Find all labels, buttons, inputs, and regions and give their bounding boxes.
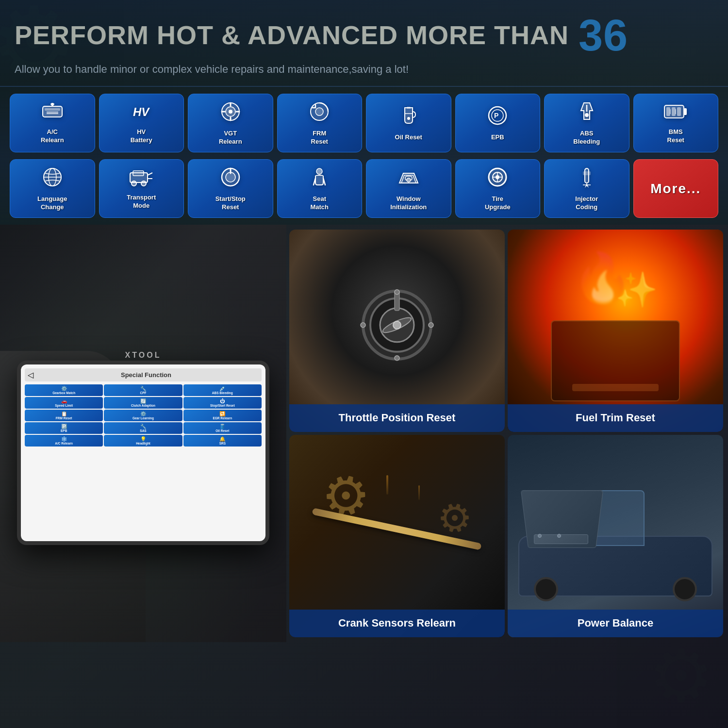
oil-icon	[398, 105, 419, 131]
vgt-icon	[220, 101, 241, 127]
feature-language-change[interactable]: LanguageChange	[10, 159, 95, 218]
feature-injector-coding[interactable]: InjectorCoding	[544, 159, 629, 218]
gear-deco-1: ⚙	[0, 0, 77, 99]
transport-icon	[129, 168, 153, 191]
svg-point-19	[585, 113, 589, 117]
sf-oil[interactable]: 🛢️Oil Reset	[183, 422, 262, 434]
svg-rect-23	[666, 107, 670, 116]
sf-egr[interactable]: 🔁EGR Relearn	[183, 410, 262, 421]
ac-label: A/CRelearn	[41, 128, 64, 145]
bms-icon	[663, 102, 688, 125]
page-wrapper: ⚙ ⚙ PERFORM HOT & ADVANCED MORE THAN 36 …	[0, 0, 728, 728]
feature-hv-battery[interactable]: HV HVBattery	[99, 94, 184, 152]
feature-seat-match[interactable]: SeatMatch	[277, 159, 363, 218]
feature-bms-reset[interactable]: BMSReset	[633, 94, 719, 152]
seat-icon	[309, 166, 330, 192]
feature-start-stop-reset[interactable]: Start/StopReset	[188, 159, 273, 218]
svg-point-61	[395, 356, 399, 361]
fuel-trim-card: 🔥 ✨ Fuel Trim Reset	[508, 230, 723, 432]
svg-rect-1	[45, 108, 60, 111]
crank-label: Crank Sensors Relearn	[289, 610, 505, 637]
screen-functions-grid: ⚙️Gearbox Match 🔧CPF 💉ABS Bleeding 🚗Spee…	[25, 384, 262, 447]
power-bg	[508, 435, 723, 637]
feature-transport-mode[interactable]: TransportMode	[99, 159, 184, 218]
sf-gearbox[interactable]: ⚙️Gearbox Match	[25, 384, 103, 396]
bms-label: BMSReset	[667, 128, 684, 145]
sf-gear[interactable]: ⚙️Gear Learning	[104, 410, 182, 421]
svg-point-15	[407, 117, 410, 120]
device-area: XTOOL ◁ Special Function ⚙️Gearbox Match…	[0, 225, 286, 642]
svg-line-35	[148, 173, 152, 175]
throttle-label: Throttle Position Reset	[289, 404, 505, 432]
device-screen: ◁ Special Function ⚙️Gearbox Match 🔧CPF …	[21, 364, 265, 541]
sf-clutch[interactable]: 🔄Clutch Adaption	[104, 397, 182, 409]
ac-icon	[42, 102, 63, 125]
frm-icon	[309, 101, 330, 127]
svg-point-58	[395, 290, 399, 295]
svg-rect-49	[585, 168, 589, 183]
sf-speed[interactable]: 🚗Speed Limit	[25, 397, 103, 409]
epb-icon: P	[487, 105, 508, 131]
svg-point-60	[361, 323, 365, 328]
more-label: More...	[650, 180, 701, 198]
abs-icon	[576, 101, 597, 127]
svg-text:P: P	[494, 112, 498, 119]
window-icon	[397, 166, 421, 192]
svg-rect-0	[43, 106, 62, 117]
injector-label: InjectorCoding	[575, 195, 598, 212]
device-brand-label: XTOOL	[125, 351, 162, 360]
svg-rect-22	[684, 108, 687, 115]
svg-rect-25	[677, 107, 681, 116]
sf-srs[interactable]: 🔔SRS	[183, 435, 262, 447]
vgt-label: VGTRelearn	[219, 130, 242, 146]
epb-label: EPB	[491, 133, 504, 142]
svg-rect-50	[583, 171, 591, 175]
seat-label: SeatMatch	[310, 195, 329, 212]
svg-point-56	[393, 321, 401, 329]
feature-window-init[interactable]: WindowInitialization	[366, 159, 451, 218]
svg-point-59	[429, 323, 433, 328]
svg-point-43	[407, 178, 411, 182]
injector-icon	[576, 166, 597, 192]
svg-point-14	[315, 108, 323, 116]
feature-vgt-relearn[interactable]: VGTRelearn	[188, 94, 273, 152]
sf-cpf[interactable]: 🔧CPF	[104, 384, 182, 396]
start-stop-label: Start/StopReset	[215, 195, 246, 212]
sf-abs[interactable]: 💉ABS Bleeding	[183, 384, 262, 396]
svg-point-8	[229, 110, 232, 114]
oil-label: Oil Reset	[395, 133, 422, 142]
feature-epb[interactable]: P EPB	[455, 94, 541, 152]
svg-text:HV: HV	[133, 105, 150, 118]
sf-sas[interactable]: 🔧SAS	[104, 422, 182, 434]
gear-deco-2: ⚙	[648, 634, 713, 718]
fuel-bg: 🔥 ✨	[508, 230, 723, 432]
start-stop-icon	[220, 166, 241, 192]
feature-ac-relearn[interactable]: A/CRelearn	[10, 94, 95, 152]
abs-label: ABSBleeding	[573, 130, 600, 146]
feature-abs-bleeding[interactable]: ABSBleeding	[544, 94, 629, 152]
sf-epb[interactable]: 🅿️EPB	[25, 422, 103, 434]
hv-icon: HV	[131, 102, 152, 125]
sf-headlight[interactable]: 💡Headlight	[104, 435, 182, 447]
power-label: Power Balance	[508, 610, 723, 637]
screen-title: Special Function	[33, 371, 259, 379]
tire-label: TireUpgrade	[485, 195, 511, 212]
svg-rect-24	[672, 107, 676, 116]
svg-rect-32	[133, 171, 144, 176]
sf-frm[interactable]: 📋FRM Reset	[25, 410, 103, 421]
feature-oil-reset[interactable]: Oil Reset	[366, 94, 451, 152]
feature-frm-reset[interactable]: FRMReset	[277, 94, 363, 152]
throttle-card: Throttle Position Reset	[289, 230, 505, 432]
svg-point-34	[141, 181, 146, 186]
fuel-label: Fuel Trim Reset	[508, 404, 723, 432]
sf-stopstart[interactable]: ⏻Stop/Start Reset	[183, 397, 262, 409]
feature-tire-upgrade[interactable]: TireUpgrade	[455, 159, 541, 218]
throttle-bg	[289, 230, 505, 432]
crank-card: ⚙ ⚙ Crank Sensors Relearn	[289, 435, 505, 637]
crank-bg: ⚙ ⚙	[289, 435, 505, 637]
svg-point-33	[132, 181, 136, 186]
hv-label: HVBattery	[131, 128, 152, 145]
sf-ac[interactable]: ❄️A/C Relearn	[25, 435, 103, 447]
feature-more[interactable]: More...	[633, 159, 719, 218]
transport-label: TransportMode	[127, 194, 156, 210]
